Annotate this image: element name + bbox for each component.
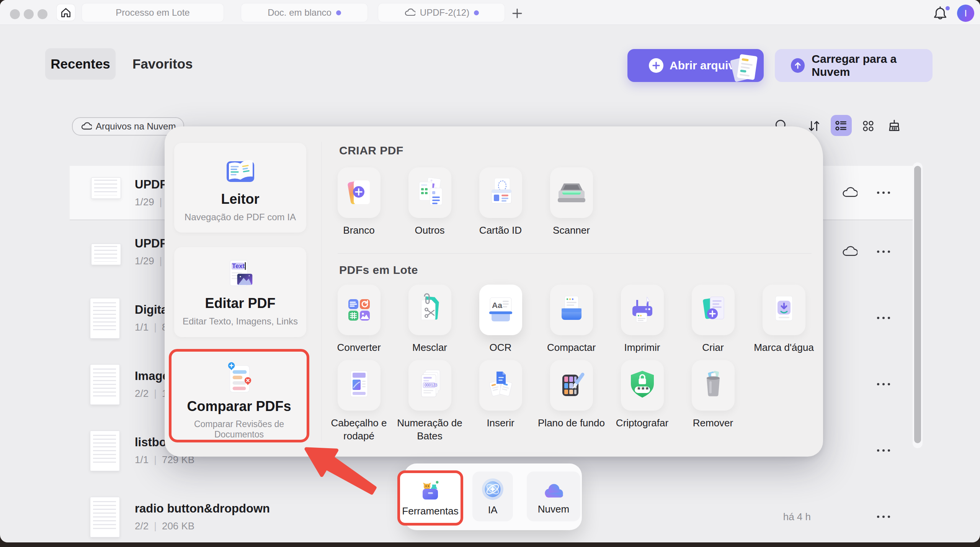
blank-pdf-icon: [341, 174, 377, 211]
list-view-button[interactable]: [831, 115, 852, 136]
file-thumbnail: [90, 364, 120, 405]
tool-compactar[interactable]: Compactar: [536, 285, 607, 354]
clean-brush-icon: [887, 119, 902, 133]
card-comparar-pdfs[interactable]: Comparar PDFs Comparar Revisões de Docum…: [169, 349, 309, 442]
cloud-synced-icon: [841, 186, 858, 200]
cloud-synced-icon: [841, 245, 858, 259]
file-thumbnail: [90, 298, 120, 339]
file-thumbnail: [90, 497, 120, 537]
window-minimize-button[interactable]: [24, 9, 34, 19]
open-file-button[interactable]: Abrir arquivo: [627, 49, 764, 82]
cloud-icon: [404, 8, 415, 17]
reader-book-icon: [220, 153, 260, 190]
more-options-button[interactable]: [872, 383, 895, 385]
more-options-button[interactable]: [872, 516, 895, 518]
cloud-colored-icon: [541, 478, 566, 500]
compress-icon: [553, 292, 590, 328]
upload-arrow-icon: [791, 58, 805, 73]
tools-popup: Leitor Navegação de PDF com IA Text Edit…: [165, 126, 823, 457]
tab-favoritos[interactable]: Favoritos: [132, 48, 193, 80]
header-footer-icon: [341, 367, 377, 404]
id-card-icon: [482, 174, 519, 211]
section-title-pdfs-em-lote: PDFs em Lote: [339, 264, 418, 277]
tool-scanner[interactable]: Scanner: [536, 167, 607, 237]
svg-text:Text: Text: [232, 262, 245, 270]
filter-chip-cloud-files[interactable]: Arquivos na Nuvem: [72, 117, 184, 136]
popup-divider: [321, 142, 322, 441]
print-icon: [624, 292, 661, 328]
file-thumbnail: [91, 244, 121, 265]
ai-icon: [481, 477, 505, 501]
scrollbar-thumb[interactable]: [914, 166, 921, 443]
list-view-icon: [834, 118, 849, 133]
file-thumbnail: [90, 431, 120, 471]
tool-criptografar[interactable]: *** Criptografar: [607, 360, 678, 443]
avatar[interactable]: I: [957, 5, 974, 22]
insert-icon: [482, 367, 519, 404]
cloud-icon: [80, 121, 92, 131]
tool-ocr[interactable]: Aa OCR: [465, 285, 536, 354]
new-tab-button[interactable]: [511, 7, 524, 20]
card-editar-pdf[interactable]: Text Editar PDF Editar Texto, Imagens, L…: [174, 247, 306, 337]
more-options-button[interactable]: [872, 317, 895, 319]
compare-pdfs-icon: [220, 361, 258, 397]
home-button[interactable]: [57, 4, 75, 21]
merge-icon: [412, 292, 448, 328]
tool-numeracao-bates[interactable]: 000123 Numeração de Bates: [394, 360, 465, 443]
tool-marca-dagua[interactable]: Marca d'água: [748, 285, 819, 354]
scanner-icon: [553, 174, 590, 211]
more-options-button[interactable]: [872, 192, 895, 194]
file-modified-time: há 4 h: [783, 511, 811, 523]
plus-circle-icon: [649, 58, 663, 73]
window-close-button[interactable]: [10, 9, 20, 19]
section-title-criar-pdf: CRIAR PDF: [339, 144, 403, 157]
documents-illustration: [727, 48, 762, 84]
dock-nuvem[interactable]: Nuvem: [527, 472, 580, 521]
grid-view-icon: [861, 119, 875, 133]
tool-cabecalho-rodape[interactable]: Cabeçalho e rodapé: [323, 360, 394, 443]
dock-ia[interactable]: IA: [472, 472, 513, 521]
app-window: Processo em Lote Doc. em blanco UPDF-2(1…: [0, 0, 980, 542]
background-icon: [553, 367, 590, 404]
upload-to-cloud-button[interactable]: Carregar para a Nuvem: [775, 49, 933, 82]
clear-list-button[interactable]: [886, 118, 903, 134]
notification-badge: [946, 6, 950, 10]
grid-view-button[interactable]: [860, 118, 877, 134]
tab-updf-2[interactable]: UPDF-2(12): [378, 3, 505, 22]
encrypt-icon: ***: [624, 367, 661, 404]
tool-mesclar[interactable]: Mesclar: [394, 285, 465, 354]
home-icon: [60, 7, 72, 19]
titlebar: Processo em Lote Doc. em blanco UPDF-2(1…: [0, 0, 980, 25]
remove-icon: [695, 367, 732, 404]
other-formats-icon: [412, 174, 448, 211]
plus-icon: [511, 7, 524, 20]
window-zoom-button[interactable]: [38, 9, 47, 19]
tool-imprimir[interactable]: Imprimir: [607, 285, 678, 354]
tool-converter[interactable]: Converter: [323, 285, 394, 354]
file-thumbnail: [91, 177, 121, 199]
convert-icon: [341, 292, 377, 328]
bates-numbering-icon: 000123: [412, 367, 448, 404]
ocr-icon: Aa: [482, 292, 519, 328]
section-divider: [338, 253, 812, 254]
tool-plano-de-fundo[interactable]: Plano de fundo: [536, 360, 607, 443]
edit-pdf-icon: Text: [221, 257, 260, 294]
tool-branco[interactable]: Branco: [323, 167, 394, 237]
tab-recentes[interactable]: Recentes: [45, 48, 116, 80]
unsaved-dot: [336, 10, 341, 15]
watermark-icon: [766, 292, 802, 328]
tool-outros[interactable]: Outros: [394, 167, 465, 237]
tool-cartao-id[interactable]: Cartão ID: [465, 167, 536, 237]
tool-criar[interactable]: Criar: [678, 285, 748, 354]
svg-text:000123: 000123: [425, 383, 438, 387]
card-leitor[interactable]: Leitor Navegação de PDF com IA: [174, 143, 306, 233]
tool-remover[interactable]: Remover: [678, 360, 748, 443]
more-options-button[interactable]: [872, 251, 895, 253]
tab-processo-em-lote[interactable]: Processo em Lote: [82, 3, 224, 22]
tab-doc-em-blanco[interactable]: Doc. em blanco: [241, 3, 368, 22]
tool-inserir[interactable]: Inserir: [465, 360, 536, 443]
create-batch-icon: [695, 292, 732, 328]
dock-ferramentas[interactable]: Ferramentas: [397, 470, 463, 526]
svg-text:***: ***: [637, 385, 650, 394]
more-options-button[interactable]: [872, 449, 895, 452]
